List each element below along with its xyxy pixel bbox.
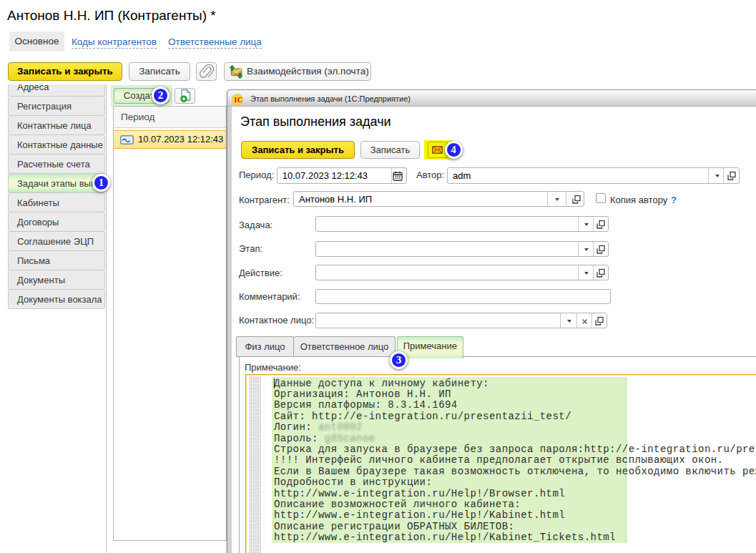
svg-text:1С: 1С [234, 96, 242, 104]
